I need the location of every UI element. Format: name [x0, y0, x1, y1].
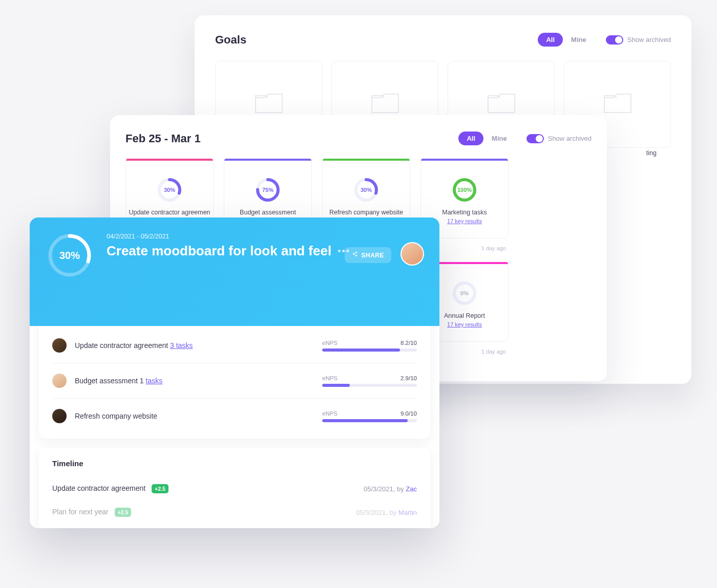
- week-controls: All Mine Show archived: [458, 132, 592, 145]
- assignee-avatar[interactable]: [52, 374, 67, 388]
- folder-icon: [370, 91, 400, 118]
- goal-key-results[interactable]: 17 key results: [447, 218, 482, 224]
- show-archived-toggle[interactable]: [526, 134, 544, 143]
- target-label: Refresh company website: [75, 412, 322, 420]
- week-header: Feb 25 - Mar 1 All Mine Show archived: [125, 132, 592, 145]
- filter-pills: All Mine: [458, 132, 515, 145]
- progress-ring: 0%: [452, 280, 477, 306]
- week-title: Feb 25 - Mar 1: [125, 132, 201, 145]
- goals-controls: All Mine Show archived: [538, 33, 671, 47]
- goal-title: Marketing tasks: [442, 209, 487, 216]
- folder-icon: [602, 91, 633, 118]
- goal-accent: [224, 159, 311, 161]
- progress-ring: 30%: [353, 177, 379, 203]
- goal-accent: [421, 159, 508, 161]
- goal-key-results[interactable]: 17 key results: [447, 321, 482, 328]
- goal-title: Refresh company website: [329, 209, 403, 216]
- target-text: Update contractor agreement: [75, 341, 170, 350]
- delta-badge: +2.5: [152, 484, 168, 493]
- progress-label: 75%: [255, 177, 281, 203]
- goals-header: Goals All Mine Show archived: [215, 33, 671, 47]
- assignee-avatar[interactable]: [52, 409, 67, 423]
- detail-panel: 30% 04/2/2021 - 05/2/2021 Create moodboa…: [30, 217, 439, 528]
- progress-label: 30%: [157, 177, 182, 203]
- show-archived-label: Show archived: [548, 135, 592, 142]
- progress-bar: [322, 384, 417, 387]
- timeline-date: 05/3/2021, by: [364, 485, 406, 493]
- metric: eNPS9.0/10: [322, 410, 417, 422]
- progress-label: 100%: [452, 177, 477, 203]
- folder-icon: [486, 91, 517, 118]
- target-row: Budget assessment 1 tasks eNPS2.9/10: [52, 363, 417, 399]
- filter-pills: All Mine: [538, 33, 594, 47]
- owner-avatar[interactable]: [400, 242, 424, 266]
- tasks-link[interactable]: 3 tasks: [170, 341, 193, 350]
- progress-bar: [322, 419, 417, 422]
- show-archived-toggle[interactable]: [606, 35, 623, 45]
- target-row: Refresh company website eNPS9.0/10: [52, 399, 417, 433]
- show-archived-toggle-wrap: Show archived: [526, 134, 592, 143]
- timeline-title: Timeline: [52, 459, 83, 468]
- progress-bar: [322, 349, 417, 352]
- timeline-date: 05/3/2021, by: [356, 509, 398, 516]
- show-archived-label: Show archived: [627, 36, 671, 43]
- timeline-event: Plan for next year +2.5: [52, 508, 131, 517]
- target-label: Budget assessment 1 tasks: [75, 377, 322, 385]
- timeline-label: Update contractor agreement: [52, 484, 145, 492]
- show-archived-toggle-wrap: Show archived: [606, 35, 671, 45]
- progress-fill: [322, 349, 400, 352]
- goal-title: Annual Report: [444, 312, 485, 319]
- progress-ring: 30%: [157, 177, 182, 203]
- hero-date-range: 04/2/2021 - 05/2/2021: [107, 233, 350, 240]
- tasks-link[interactable]: tasks: [146, 377, 163, 385]
- timeline-meta: 05/3/2021, by Zac: [364, 485, 417, 493]
- timeline-event: Update contractor agreement +2.5: [52, 484, 168, 493]
- hero-progress-label: 30%: [47, 233, 92, 278]
- share-button[interactable]: SHARE: [345, 247, 391, 263]
- goal-title: Update contractor agreemen: [129, 209, 210, 216]
- share-label: SHARE: [361, 252, 384, 259]
- timeline-meta: 05/3/2021, by Martin: [356, 509, 417, 516]
- metric-value: 8.2/10: [400, 340, 417, 346]
- progress-label: 0%: [452, 280, 477, 306]
- progress-label: 30%: [353, 177, 379, 203]
- filter-all[interactable]: All: [538, 33, 563, 47]
- hero-title: Create moodboard for look and feel •••: [107, 243, 350, 259]
- timeline-row: Plan for next year +2.5 05/3/2021, by Ma…: [52, 500, 417, 524]
- target-label: Update contractor agreement 3 tasks: [75, 341, 322, 350]
- goal-accent: [126, 159, 213, 161]
- hero-title-text: Create moodboard for look and feel: [107, 243, 331, 259]
- metric-name: eNPS: [322, 410, 338, 417]
- timeline-user[interactable]: Zac: [406, 485, 417, 493]
- filter-all[interactable]: All: [458, 132, 483, 145]
- timeline-row: Update contractor agreement +2.5 05/3/20…: [52, 477, 417, 500]
- goal-timestamp: 1 day ago: [481, 245, 506, 251]
- delta-badge: +2.5: [115, 508, 132, 517]
- filter-mine[interactable]: Mine: [483, 132, 515, 145]
- metric: eNPS2.9/10: [322, 375, 417, 387]
- timeline-label: Plan for next year: [52, 508, 109, 516]
- metric-name: eNPS: [322, 375, 338, 381]
- assignee-avatar[interactable]: [52, 338, 67, 353]
- progress-fill: [322, 384, 350, 387]
- timeline-user[interactable]: Martin: [398, 509, 417, 516]
- folder-icon: [254, 91, 284, 118]
- filter-mine[interactable]: Mine: [563, 33, 595, 47]
- partial-goal-title: ting: [646, 149, 657, 157]
- timeline-header: Timeline: [52, 459, 417, 468]
- target-text: Budget assessment 1: [75, 377, 146, 385]
- goal-timestamp: 1 day ago: [481, 349, 506, 355]
- metric-value: 2.9/10: [400, 375, 417, 381]
- target-text: Refresh company website: [75, 412, 157, 420]
- timeline-card: Timeline Update contractor agreement +2.…: [39, 448, 430, 528]
- goal-accent: [323, 159, 410, 161]
- metric: eNPS8.2/10: [322, 340, 417, 352]
- hero-progress-ring: 30%: [47, 233, 92, 278]
- goals-title: Goals: [215, 33, 246, 47]
- share-icon: [352, 251, 358, 259]
- metric-name: eNPS: [322, 340, 338, 346]
- progress-ring: 75%: [255, 177, 281, 203]
- progress-ring: 100%: [452, 177, 477, 203]
- target-row: Update contractor agreement 3 tasks eNPS…: [52, 328, 417, 363]
- hero-text: 04/2/2021 - 05/2/2021 Create moodboard f…: [107, 233, 350, 259]
